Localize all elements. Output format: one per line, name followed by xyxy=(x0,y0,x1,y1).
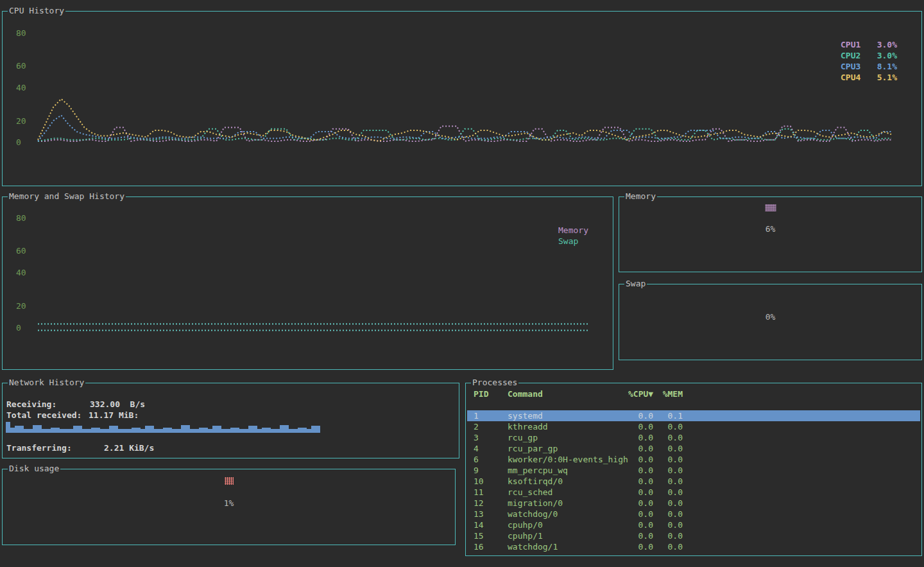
network-receiving-line: Receiving: 332.00 B/s xyxy=(6,399,145,410)
network-bar xyxy=(42,429,46,433)
network-bar xyxy=(158,429,163,433)
process-command: cpuhp/1 xyxy=(508,530,628,541)
process-row[interactable]: 15cpuhp/10.00.0 xyxy=(467,530,920,541)
network-receive-sparkline xyxy=(6,422,320,433)
memory-swap-chart xyxy=(3,197,612,368)
process-mem: 0.0 xyxy=(653,476,683,487)
network-bar xyxy=(87,429,91,433)
process-row[interactable]: 11rcu_sched0.00.0 xyxy=(467,487,920,498)
network-transferring-line: Transferring: 2.21 KiB/s xyxy=(6,442,154,453)
memswap-legend-item: Swap xyxy=(558,236,588,247)
cpu-legend-item: CPU38.1% xyxy=(841,61,897,72)
process-command: rcu_par_gp xyxy=(508,443,628,454)
process-cpu: 0.0 xyxy=(628,519,653,530)
network-bar xyxy=(91,428,96,433)
cpu-legend-name: CPU2 xyxy=(841,50,860,61)
network-bar xyxy=(244,429,248,433)
process-table-body: 1systemd0.00.12kthreadd0.00.03rcu_gp0.00… xyxy=(467,410,920,552)
network-bar xyxy=(253,426,257,433)
network-bar xyxy=(280,425,284,433)
process-mem: 0.0 xyxy=(653,432,683,443)
network-bar xyxy=(73,426,78,433)
network-bar xyxy=(15,426,19,433)
process-pid: 9 xyxy=(474,465,508,476)
cpu-legend-value: 3.0% xyxy=(877,50,897,61)
memory-gauge-dots xyxy=(765,204,776,211)
process-row[interactable]: 10ksoftirqd/00.00.0 xyxy=(467,476,920,487)
network-bar xyxy=(6,422,10,433)
process-row[interactable]: 6kworker/0:0H-events_high0.00.0 xyxy=(467,454,920,465)
network-bar xyxy=(64,429,69,433)
process-command: rcu_gp xyxy=(508,432,628,443)
y-axis-tick: 60 xyxy=(16,246,26,256)
receiving-label: Receiving: xyxy=(6,399,90,410)
network-bar xyxy=(266,428,271,433)
network-bar xyxy=(316,426,320,433)
network-bar xyxy=(10,428,15,433)
process-row[interactable]: 9mm_percpu_wq0.00.0 xyxy=(467,465,920,476)
cpu-legend-value: 3.0% xyxy=(877,39,897,50)
network-bar xyxy=(51,428,55,433)
process-cpu: 0.0 xyxy=(628,530,653,541)
cpu-legend-name: CPU1 xyxy=(841,39,860,50)
process-row[interactable]: 12migration/00.00.0 xyxy=(467,498,920,509)
panel-title: Disk usage xyxy=(8,464,60,474)
network-bar xyxy=(185,425,190,433)
network-bar xyxy=(69,429,73,433)
process-row[interactable]: 1systemd0.00.1 xyxy=(467,410,920,421)
disk-usage-panel: Disk usage 1% xyxy=(2,469,456,545)
receiving-value: 332.00 B/s xyxy=(90,399,145,410)
process-cpu: 0.0 xyxy=(628,454,653,465)
network-bar xyxy=(307,429,311,433)
network-bar xyxy=(141,429,145,433)
swap-gauge-panel: Swap 0% xyxy=(619,284,922,360)
process-pid: 11 xyxy=(474,487,508,498)
process-mem: 0.0 xyxy=(653,541,683,552)
network-bar xyxy=(257,429,262,433)
network-bar xyxy=(127,429,132,433)
network-bar xyxy=(311,426,316,433)
column-cpu-sort: %CPU▼ xyxy=(628,388,653,399)
process-command: systemd xyxy=(508,410,628,421)
process-pid: 16 xyxy=(474,541,508,552)
y-axis-tick: 60 xyxy=(16,61,26,71)
process-row[interactable]: 14cpuhp/00.00.0 xyxy=(467,519,920,530)
y-axis-tick: 80 xyxy=(16,28,26,39)
processes-panel: Processes PID Command %CPU▼ %MEM 1system… xyxy=(465,383,922,556)
process-mem: 0.0 xyxy=(653,509,683,519)
process-cpu: 0.0 xyxy=(628,465,653,476)
process-row[interactable]: 3rcu_gp0.00.0 xyxy=(467,432,920,443)
y-axis-tick: 20 xyxy=(16,116,26,126)
cpu-legend-value: 5.1% xyxy=(877,72,897,83)
column-mem: %MEM xyxy=(653,388,683,399)
swap-percent: 0% xyxy=(619,312,921,322)
process-mem: 0.0 xyxy=(653,454,683,465)
process-mem: 0.0 xyxy=(653,421,683,432)
network-bar xyxy=(226,429,230,433)
network-bar xyxy=(136,428,141,433)
process-pid: 10 xyxy=(474,476,508,487)
process-row[interactable]: 2kthreadd0.00.0 xyxy=(467,421,920,432)
network-bar xyxy=(33,425,37,433)
network-bar xyxy=(262,428,266,433)
network-bar xyxy=(105,429,109,433)
network-bar xyxy=(60,429,64,433)
network-bar xyxy=(118,429,123,433)
process-row[interactable]: 4rcu_par_gp0.00.0 xyxy=(467,443,920,454)
panel-title: Swap xyxy=(624,279,647,289)
network-bar xyxy=(230,428,235,433)
network-bar xyxy=(199,428,203,433)
process-command: rcu_sched xyxy=(508,487,628,498)
process-row[interactable]: 13watchdog/00.00.0 xyxy=(467,509,920,519)
panel-title: Memory xyxy=(624,191,657,202)
network-history-panel: Network History Receiving: 332.00 B/s To… xyxy=(2,383,459,458)
network-bar xyxy=(24,429,28,433)
process-pid: 14 xyxy=(474,519,508,530)
process-table-header: PID Command %CPU▼ %MEM xyxy=(467,388,920,399)
total-received-label: Total received: xyxy=(6,410,89,421)
process-row[interactable]: 16watchdog/10.00.0 xyxy=(467,541,920,552)
memory-percent: 6% xyxy=(619,224,921,234)
memswap-legend-item: Memory xyxy=(558,225,588,236)
process-mem: 0.0 xyxy=(653,443,683,454)
process-cpu: 0.0 xyxy=(628,498,653,509)
